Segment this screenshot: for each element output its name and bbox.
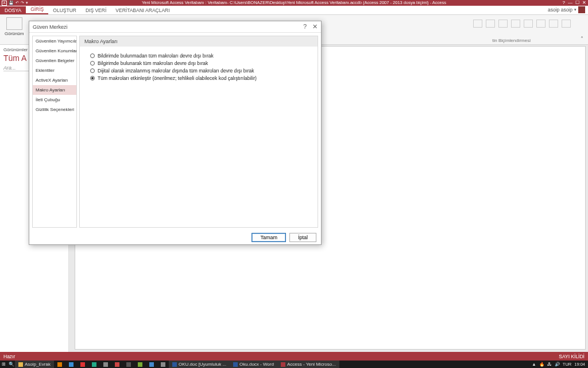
ok-button[interactable]: Tamam [252, 233, 286, 242]
view-label: Görünüm [5, 31, 24, 36]
taskbar-word-2[interactable]: Oku.docx - Word [230, 361, 277, 368]
word-icon [233, 362, 238, 367]
taskbar-app-2[interactable] [65, 361, 77, 368]
taskbar-app-8[interactable] [134, 361, 146, 368]
nav-privacy[interactable]: Gizlilik Seçenekleri [33, 105, 76, 114]
option-label: Bilgirimde bulunarak tüm makroları devre… [98, 60, 208, 66]
tray-icon[interactable]: 🔥 [539, 362, 544, 367]
taskbar-app-5[interactable] [100, 361, 111, 368]
radio-icon[interactable] [90, 53, 95, 58]
tab-create[interactable]: OLUŞTUR [48, 6, 81, 14]
option-label: Dijital olarak imzalanmış makrolar dışın… [98, 68, 254, 74]
taskbar-word-1[interactable]: OKU.doc [Uyumluluk ... [169, 361, 230, 368]
option-enable-all[interactable]: Tüm makroları etkinleştir (önerilmez; te… [90, 75, 307, 81]
ribbon-group-label: tin Biçimlendirmesi [492, 38, 531, 43]
option-label: Bildirimde bulunmadan tüm makroları devr… [98, 53, 214, 59]
tray-time[interactable]: 19:04 [574, 362, 585, 367]
taskbar-access-label: Access - Yeni Microso... [287, 362, 336, 367]
dialog-title: Güven Merkezi [33, 24, 68, 30]
taskbar-app-10[interactable] [157, 361, 169, 368]
dialog-content: Makro Ayarları Bildirimde bulunmadan tüm… [79, 36, 318, 228]
taskbar: ⊞ 🔍 Asoip_Evrak OKU.doc [Uyumluluk ... O… [0, 361, 588, 368]
dialog-title-bar[interactable]: Güven Merkezi ? ✕ [29, 21, 321, 33]
word-icon [172, 362, 177, 367]
close-icon[interactable]: ✕ [582, 0, 586, 6]
macro-options: Bildirimde bulunmadan tüm makroları devr… [80, 47, 318, 87]
dialog-footer: Tamam İptal [29, 231, 321, 244]
taskbar-app-4[interactable] [88, 361, 100, 368]
view-button[interactable]: Görünüm [5, 17, 24, 36]
dialog-close-icon[interactable]: ✕ [312, 23, 318, 30]
nav-trusted-locations[interactable]: Güvenilen Konumlar [33, 46, 76, 56]
tray-icon[interactable]: 🔊 [555, 362, 560, 367]
taskbar-app-7[interactable] [123, 361, 134, 368]
taskbar-app-6[interactable] [111, 361, 123, 368]
account-name: asoip asoip [548, 7, 572, 13]
trust-center-dialog: Güven Merkezi ? ✕ Güvenilen Yayımcılar G… [29, 21, 322, 245]
window-title-bar: A 💾 ↶ ↷ ▾ Yeni Microsoft Access Veritaba… [0, 0, 588, 6]
tray-lang[interactable]: TUR [563, 362, 571, 367]
taskbar-word1-label: OKU.doc [Uyumluluk ... [179, 362, 226, 367]
radio-icon[interactable] [90, 76, 95, 80]
taskbar-app-1[interactable] [54, 361, 65, 368]
start-button[interactable]: ⊞ [0, 361, 7, 368]
avatar [578, 6, 585, 13]
tab-external[interactable]: DIŞ VERİ [81, 6, 111, 14]
tab-dbtools[interactable]: VERİTABANI ARAÇLARI [111, 6, 174, 14]
view-icon [6, 17, 22, 30]
tray-icon[interactable]: ▲ [532, 362, 536, 367]
nav-addins[interactable]: Eklentiler [33, 66, 76, 75]
taskbar-folder-label: Asoip_Evrak [25, 362, 51, 367]
taskbar-explorer[interactable]: Asoip_Evrak [15, 361, 54, 368]
ribbon-tabs: DOSYA GİRİŞ OLUŞTUR DIŞ VERİ VERİTABANI … [0, 6, 588, 15]
nav-trusted-publishers[interactable]: Güvenilen Yayımcılar [33, 36, 76, 46]
radio-icon[interactable] [90, 68, 95, 73]
nav-trusted-documents[interactable]: Güvenilen Belgeler [33, 56, 76, 66]
status-right: SAYI KİLİDİ [559, 354, 585, 359]
tray-icon[interactable]: 🖧 [547, 362, 552, 367]
option-disable-with-notify[interactable]: Bilgirimde bulunarak tüm makroları devre… [90, 60, 307, 66]
taskbar-access[interactable]: Access - Yeni Microso... [277, 361, 339, 368]
window-title: Yeni Microsoft Access Veritabanı : Verit… [0, 0, 588, 6]
nav-macro-settings[interactable]: Makro Ayarları [33, 85, 76, 95]
dialog-nav: Güvenilen Yayımcılar Güvenilen Konumlar … [32, 36, 77, 228]
taskbar-search-icon[interactable]: 🔍 [7, 361, 15, 368]
taskbar-app-3[interactable] [77, 361, 88, 368]
tab-home[interactable]: GİRİŞ [26, 5, 48, 14]
minimize-icon[interactable]: — [568, 0, 572, 6]
status-left: Hazır [3, 354, 15, 359]
folder-icon [18, 362, 23, 367]
restore-icon[interactable]: ☐ [575, 0, 579, 6]
access-icon [281, 362, 285, 367]
option-disable-except-signed[interactable]: Dijital olarak imzalanmış makrolar dışın… [90, 68, 307, 74]
system-tray[interactable]: ▲ 🔥 🖧 🔊 TUR 19:04 [529, 362, 588, 367]
nav-message-bar[interactable]: İleti Çubuğu [33, 95, 76, 105]
option-label: Tüm makroları etkinleştir (önerilmez; te… [98, 75, 257, 81]
tab-file[interactable]: DOSYA [0, 6, 26, 14]
option-disable-no-notify[interactable]: Bildirimde bulunmadan tüm makroları devr… [90, 53, 307, 59]
nav-activex[interactable]: ActiveX Ayarları [33, 75, 76, 85]
ribbon-collapse-icon[interactable]: ˄ [581, 36, 583, 42]
account-menu[interactable]: asoip asoip ▾ [545, 5, 588, 14]
radio-icon[interactable] [90, 61, 95, 66]
section-header: Makro Ayarları [80, 36, 318, 47]
taskbar-app-9[interactable] [146, 361, 157, 368]
cancel-button[interactable]: İptal [289, 233, 316, 242]
help-icon[interactable]: ? [563, 0, 565, 6]
taskbar-word2-label: Oku.docx - Word [239, 362, 274, 367]
status-bar: Hazır SAYI KİLİDİ [0, 352, 588, 361]
ribbon-inactive-controls [473, 20, 571, 28]
dialog-help-icon[interactable]: ? [303, 23, 307, 30]
